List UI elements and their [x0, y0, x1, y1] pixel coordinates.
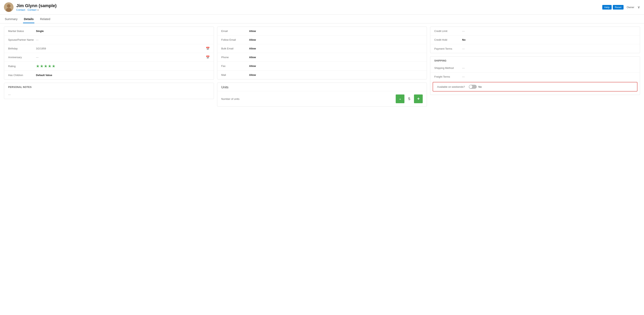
weekends-toggle-value: No: [478, 85, 482, 88]
units-title: Units: [217, 83, 427, 91]
field-freight-terms: Freight Terms ---: [430, 72, 640, 81]
credit-limit-value[interactable]: ---: [462, 29, 636, 32]
bulk-email-value[interactable]: Allow: [249, 47, 423, 50]
header-right: Help Reset Owner ∨: [602, 5, 640, 9]
field-has-children: Has Children Default Value: [4, 71, 214, 79]
contact-type2[interactable]: Contact ∨: [28, 8, 39, 11]
field-follow-email: Follow Email Allow: [217, 35, 427, 44]
owner-section: Owner: [627, 6, 634, 9]
svg-point-2: [6, 8, 12, 12]
main-content: Marital Status Single Spouse/Partner Nam…: [0, 23, 644, 110]
personal-notes-title: PERSONAL NOTES: [4, 83, 214, 90]
spouse-name-value[interactable]: ---: [36, 38, 210, 41]
svg-point-1: [7, 4, 10, 8]
header-chevron-icon[interactable]: ∨: [638, 5, 640, 9]
anniversary-value[interactable]: ---: [36, 56, 204, 59]
follow-email-value[interactable]: Allow: [249, 38, 423, 41]
tab-details[interactable]: Details: [23, 15, 34, 23]
separator: ·: [26, 8, 27, 11]
weekends-toggle-wrapper: No: [469, 85, 482, 89]
available-weekends-row: Available on weekends? No: [433, 82, 638, 91]
credit-hold-value[interactable]: No: [462, 38, 636, 41]
reset-button[interactable]: Reset: [613, 5, 624, 9]
shipping-method-label: Shipping Method: [434, 66, 462, 69]
anniversary-label: Anniversary: [8, 56, 36, 59]
field-spouse-name: Spouse/Partner Name ---: [4, 35, 214, 44]
birthday-value[interactable]: 3/2/1959: [36, 47, 204, 50]
credit-limit-label: Credit Limit: [434, 29, 462, 32]
shipping-method-value[interactable]: ---: [462, 66, 636, 69]
contact-name: Jim Glynn (sample): [16, 3, 56, 8]
right-column: Credit Limit --- Credit Hold No Payment …: [430, 26, 640, 107]
tab-related[interactable]: Related: [39, 15, 51, 23]
field-anniversary: Anniversary --- 📅: [4, 53, 214, 62]
units-card: Units Number of units - 5 +: [217, 83, 427, 107]
header-info: Jim Glynn (sample) Contact · Contact ∨: [16, 3, 56, 11]
avatar: [4, 2, 14, 12]
anniversary-calendar-icon[interactable]: 📅: [206, 55, 210, 59]
field-shipping-method: Shipping Method ---: [430, 64, 640, 72]
rating-label: Rating: [8, 65, 36, 68]
spouse-name-label: Spouse/Partner Name: [8, 38, 36, 41]
field-mail: Mail Allow: [217, 70, 427, 79]
has-children-label: Has Children: [8, 74, 36, 77]
freight-terms-label: Freight Terms: [434, 75, 462, 78]
units-increment-button[interactable]: +: [414, 94, 423, 103]
units-label: Number of units: [221, 97, 393, 100]
owner-label: Owner: [627, 6, 634, 9]
mail-value[interactable]: Allow: [249, 73, 423, 76]
header: Jim Glynn (sample) Contact · Contact ∨ H…: [0, 0, 644, 14]
star-2[interactable]: ★: [40, 64, 44, 68]
personal-notes-card: PERSONAL NOTES ---: [4, 83, 214, 99]
star-1[interactable]: ★: [36, 64, 40, 68]
email-value[interactable]: Allow: [249, 29, 423, 32]
field-phone: Phone Allow: [217, 53, 427, 62]
field-payment-terms: Payment Terms ---: [430, 44, 640, 53]
freight-terms-value[interactable]: ---: [462, 75, 636, 78]
rating-stars[interactable]: ★ ★ ★ ★ ★: [36, 64, 56, 68]
star-4[interactable]: ★: [48, 64, 52, 68]
has-children-value[interactable]: Default Value: [36, 74, 210, 77]
credit-hold-label: Credit Hold: [434, 38, 462, 41]
tab-summary[interactable]: Summary: [4, 15, 18, 23]
field-credit-limit: Credit Limit ---: [430, 27, 640, 35]
star-3[interactable]: ★: [44, 64, 48, 68]
payment-terms-value[interactable]: ---: [462, 47, 636, 50]
birthday-calendar-icon[interactable]: 📅: [206, 47, 210, 50]
phone-value[interactable]: Allow: [249, 56, 423, 59]
payment-terms-label: Payment Terms: [434, 47, 462, 50]
marital-status-value[interactable]: Single: [36, 29, 210, 32]
toggle-circle: [469, 85, 472, 88]
left-column: Marital Status Single Spouse/Partner Nam…: [4, 26, 214, 107]
help-button[interactable]: Help: [602, 5, 612, 9]
bulk-email-label: Bulk Email: [221, 47, 249, 50]
units-value: 5: [406, 97, 412, 101]
field-birthday: Birthday 3/2/1959 📅: [4, 44, 214, 53]
mail-label: Mail: [221, 73, 249, 76]
fax-label: Fax: [221, 64, 249, 67]
personal-notes-value[interactable]: ---: [8, 93, 210, 96]
weekends-label: Available on weekends?: [437, 85, 469, 88]
star-5[interactable]: ★: [52, 64, 56, 68]
birthday-label: Birthday: [8, 47, 36, 50]
weekends-toggle[interactable]: [469, 85, 477, 89]
contact-type-dropdown-icon[interactable]: ∨: [37, 8, 39, 11]
billing-card: Credit Limit --- Credit Hold No Payment …: [430, 26, 640, 53]
field-fax: Fax Allow: [217, 62, 427, 70]
middle-column: Email Allow Follow Email Allow Bulk Emai…: [217, 26, 427, 107]
contact-preferences-card: Email Allow Follow Email Allow Bulk Emai…: [217, 26, 427, 79]
follow-email-label: Follow Email: [221, 38, 249, 41]
personal-info-card: Marital Status Single Spouse/Partner Nam…: [4, 26, 214, 80]
units-row: Number of units - 5 +: [217, 91, 427, 106]
field-credit-hold: Credit Hold No: [430, 35, 640, 44]
shipping-section-title: SHIPPING: [430, 56, 640, 64]
field-marital-status: Marital Status Single: [4, 27, 214, 35]
field-email: Email Allow: [217, 27, 427, 35]
shipping-card: SHIPPING Shipping Method --- Freight Ter…: [430, 56, 640, 95]
email-label: Email: [221, 29, 249, 32]
contact-type1[interactable]: Contact: [16, 8, 25, 11]
units-decrement-button[interactable]: -: [396, 94, 404, 103]
personal-notes-content: ---: [4, 90, 214, 99]
units-controls: - 5 +: [396, 94, 423, 103]
fax-value[interactable]: Allow: [249, 64, 423, 67]
